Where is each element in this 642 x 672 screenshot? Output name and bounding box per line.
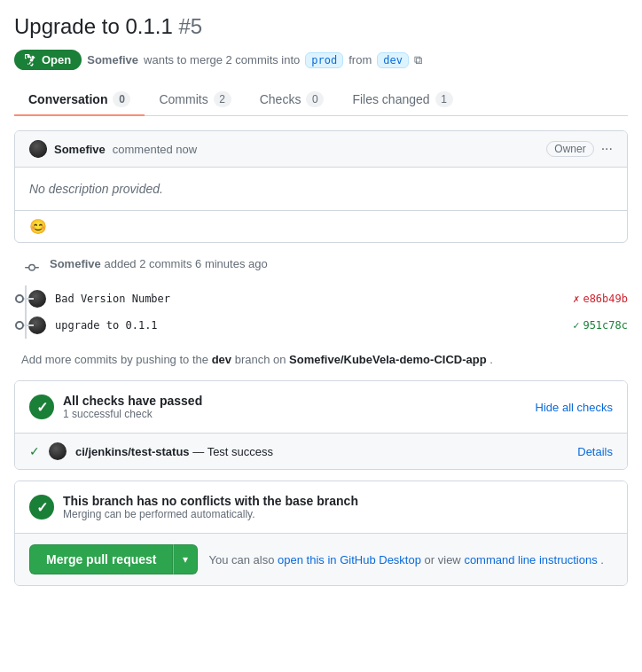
- comment-box: Somefive commented now Owner ··· No desc…: [14, 130, 628, 243]
- commit-status-1: ✗ e86b49b: [573, 293, 628, 305]
- comment-body: No description provided.: [15, 168, 627, 210]
- tab-conversation[interactable]: Conversation 0: [14, 84, 145, 116]
- comment-author[interactable]: Somefive: [54, 143, 106, 156]
- timeline: Somefive added 2 commits 6 minutes ago B…: [14, 257, 628, 339]
- checks-title: All checks have passed: [63, 394, 202, 408]
- emoji-button[interactable]: 😊: [29, 219, 47, 234]
- check-item: ✓ ci/jenkins/test-status — Test success …: [15, 433, 627, 469]
- subtitle-text: wants to merge 2 commits into: [144, 53, 300, 66]
- hide-all-checks-button[interactable]: Hide all checks: [536, 401, 613, 414]
- tabs-bar: Conversation 0 Commits 2 Checks 0 Files …: [14, 84, 628, 116]
- merge-pull-request-button[interactable]: Merge pull request: [29, 544, 173, 574]
- owner-badge: Owner: [546, 141, 593, 157]
- commits-added-icon: [21, 257, 43, 278]
- all-checks-passed-icon: ✓: [29, 395, 54, 419]
- pr-user: Somefive: [87, 53, 138, 66]
- timeline-item-commits-added: Somefive added 2 commits 6 minutes ago: [14, 257, 628, 278]
- pr-title: Upgrade to 0.1.1 #5: [14, 14, 628, 39]
- comment-time: commented now: [113, 143, 197, 156]
- open-in-desktop-link[interactable]: open this in GitHub Desktop: [278, 553, 421, 567]
- pr-subtitle: Open Somefive wants to merge 2 commits i…: [14, 50, 628, 70]
- check-item-left: ✓ ci/jenkins/test-status — Test success: [29, 442, 273, 460]
- checks-header-left: ✓ All checks have passed 1 successful ch…: [29, 394, 202, 420]
- info-bar: Add more commits by pushing to the dev b…: [14, 353, 628, 366]
- merge-header: ✓ This branch has no conflicts with the …: [15, 481, 627, 533]
- merge-title: This branch has no conflicts with the ba…: [63, 494, 358, 508]
- commits-list: Bad Version Number ✗ e86b49b upgrade to …: [14, 285, 628, 339]
- merge-dropdown-button[interactable]: ▾: [173, 544, 198, 574]
- from-text: from: [348, 53, 372, 66]
- commit-status-2: ✓ 951c78c: [573, 319, 628, 332]
- tab-commits[interactable]: Commits 2: [145, 84, 245, 116]
- jenkins-avatar: [49, 442, 67, 460]
- no-conflicts-icon: ✓: [29, 495, 54, 520]
- comment-header-right: Owner ···: [546, 141, 613, 157]
- command-line-instructions-link[interactable]: command line instructions: [464, 553, 597, 567]
- checks-subtitle: 1 successful check: [63, 408, 202, 420]
- check-pass-icon: ✓: [29, 444, 40, 458]
- checks-header: ✓ All checks have passed 1 successful ch…: [15, 381, 627, 433]
- more-options-button[interactable]: ···: [601, 141, 613, 157]
- commit-node-1: [15, 294, 24, 303]
- check-name: ci/jenkins/test-status — Test success: [75, 445, 273, 458]
- target-branch[interactable]: prod: [305, 52, 343, 68]
- commit-node-2: [15, 321, 24, 330]
- commit-avatar-1: [28, 290, 46, 308]
- details-link[interactable]: Details: [577, 445, 613, 458]
- git-merge-icon: [25, 54, 37, 66]
- commit-avatar-2: [28, 316, 46, 334]
- dev-branch-text: dev: [212, 353, 231, 366]
- timeline-text: Somefive added 2 commits 6 minutes ago: [50, 257, 268, 270]
- merge-info: You can also open this in GitHub Desktop…: [208, 553, 603, 567]
- commit-row-2: upgrade to 0.1.1 ✓ 951c78c: [28, 312, 628, 339]
- source-branch[interactable]: dev: [377, 52, 409, 68]
- merge-card: ✓ This branch has no conflicts with the …: [14, 481, 628, 586]
- comment-footer: 😊: [15, 210, 627, 242]
- repo-link[interactable]: Somefive/KubeVela-demo-CICD-app: [289, 353, 487, 366]
- merge-text: This branch has no conflicts with the ba…: [63, 494, 358, 520]
- tab-checks[interactable]: Checks 0: [246, 84, 339, 116]
- copy-branch-icon[interactable]: ⧉: [414, 53, 422, 67]
- checks-text: All checks have passed 1 successful chec…: [63, 394, 202, 420]
- content-area: Somefive commented now Owner ··· No desc…: [14, 116, 628, 586]
- pr-title-text: Upgrade to 0.1.1: [14, 14, 173, 38]
- commit-row-1: Bad Version Number ✗ e86b49b: [28, 285, 628, 312]
- open-badge: Open: [14, 50, 82, 70]
- merge-subtitle: Merging can be performed automatically.: [63, 508, 358, 520]
- commit-message-2[interactable]: upgrade to 0.1.1: [55, 319, 564, 332]
- pr-number: #5: [178, 14, 202, 38]
- commit-message-1[interactable]: Bad Version Number: [55, 293, 564, 305]
- checks-card: ✓ All checks have passed 1 successful ch…: [14, 380, 628, 470]
- tab-files[interactable]: Files changed 1: [338, 84, 466, 116]
- merge-btn-group: Merge pull request ▾: [29, 544, 198, 574]
- avatar: [29, 140, 47, 158]
- comment-header-left: Somefive commented now: [29, 140, 197, 158]
- comment-header: Somefive commented now Owner ···: [15, 131, 627, 168]
- merge-action: Merge pull request ▾ You can also open t…: [15, 533, 627, 585]
